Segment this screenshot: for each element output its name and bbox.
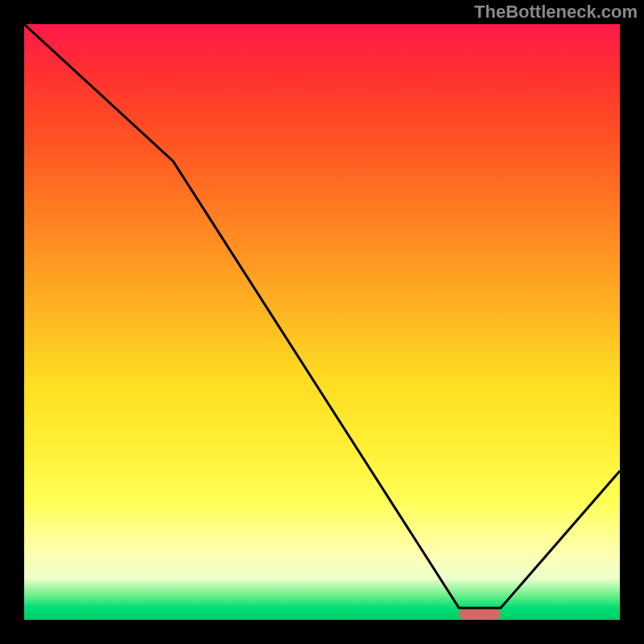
plot-area — [24, 24, 620, 620]
curve-svg — [24, 24, 620, 620]
bottleneck-curve — [24, 24, 620, 608]
watermark-text: TheBottleneck.com — [474, 2, 638, 23]
optimal-range-marker — [459, 609, 501, 619]
